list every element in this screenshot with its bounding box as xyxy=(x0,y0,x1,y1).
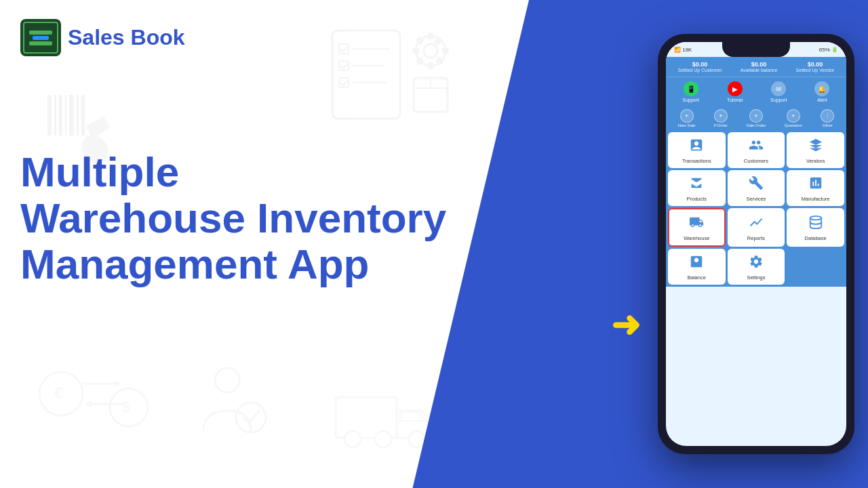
database-menu-item[interactable]: Database xyxy=(787,208,844,247)
balance-label: Balance xyxy=(688,274,706,281)
title-line3: Management App xyxy=(20,241,369,287)
phone-outer: 📶 18K 65% 🔋 $0.00 Settled Up Customer $0… xyxy=(658,34,854,454)
products-icon xyxy=(689,176,704,194)
alert-label: Alert xyxy=(817,98,827,102)
new-sale-button[interactable]: + New Sale xyxy=(678,109,696,127)
products-label: Products xyxy=(687,196,707,202)
currency-icon: € $ xyxy=(34,363,149,434)
main-container: Sales Book xyxy=(0,0,868,488)
available-label: Available balance xyxy=(741,68,778,73)
settled-vendor-label: Settled Up Vendor xyxy=(796,68,835,73)
svg-rect-6 xyxy=(81,95,85,136)
services-menu-item[interactable]: Services xyxy=(728,170,785,206)
available-balance: $0.00 Available balance xyxy=(741,61,778,73)
menu-grid: Transactions Customers Ven xyxy=(666,130,846,287)
balance-row: $0.00 Settled Up Customer $0.00 Availabl… xyxy=(666,57,846,77)
database-icon xyxy=(808,215,823,233)
svg-rect-19 xyxy=(428,62,433,69)
transactions-icon xyxy=(689,138,704,156)
svg-point-38 xyxy=(344,431,361,447)
new-sale-icon: + xyxy=(680,109,694,123)
other-icon: ⋮ xyxy=(821,109,834,123)
available-amount: $0.00 xyxy=(741,61,778,68)
reports-label: Reports xyxy=(747,235,765,241)
quotation-icon: + xyxy=(787,109,800,123)
alert-icon: 🔔 xyxy=(814,81,829,96)
svg-marker-32 xyxy=(85,401,92,407)
vendors-label: Vendors xyxy=(806,158,825,164)
manufacture-label: Manufacture xyxy=(802,196,830,202)
balance-menu-item[interactable]: Balance xyxy=(668,249,726,285)
inventory-icon xyxy=(326,20,454,131)
phone-mockup: 📶 18K 65% 🔋 $0.00 Settled Up Customer $0… xyxy=(658,34,854,454)
main-title: Multiple Warehouse Inventory Management … xyxy=(20,149,446,288)
support-email[interactable]: ✉ Support xyxy=(770,81,787,102)
tutorial-youtube[interactable]: ▶ Tutorial xyxy=(727,81,743,102)
svg-rect-20 xyxy=(412,48,419,54)
svg-marker-31 xyxy=(115,380,122,387)
warehouse-label: Warehouse xyxy=(684,235,709,241)
manufacture-menu-item[interactable]: Manufacture xyxy=(787,170,844,206)
support-whatsapp[interactable]: 📱 Support xyxy=(682,81,699,102)
customers-icon xyxy=(749,138,764,156)
email-icon: ✉ xyxy=(771,81,786,96)
customers-label: Customers xyxy=(744,158,768,164)
porder-button[interactable]: + P.Order xyxy=(714,109,728,127)
balance-icon xyxy=(689,254,704,272)
svg-point-40 xyxy=(409,431,425,447)
manufacture-icon xyxy=(808,176,823,194)
tutorial-label: Tutorial xyxy=(727,98,743,102)
svg-rect-4 xyxy=(69,95,74,136)
svg-text:€: € xyxy=(54,384,63,402)
alert-action[interactable]: 🔔 Alert xyxy=(814,81,829,102)
quotation-button[interactable]: + Quotation xyxy=(785,109,802,127)
porder-label: P.Order xyxy=(714,123,728,127)
support-whatsapp-label: Support xyxy=(682,98,699,102)
svg-point-17 xyxy=(424,44,437,58)
phone-notch xyxy=(722,42,790,57)
warehouse-menu-item[interactable]: Warehouse xyxy=(668,208,726,247)
quick-actions-row: 📱 Support ▶ Tutorial ✉ Support 🔔 Alert xyxy=(666,77,846,106)
sale-order-label: Sale Order xyxy=(746,123,766,127)
settled-customer-balance: $0.00 Settled Up Customer xyxy=(678,61,722,73)
title-line2: Warehouse Inventory xyxy=(20,195,446,241)
svg-rect-3 xyxy=(65,95,66,136)
svg-rect-18 xyxy=(428,33,433,39)
transactions-label: Transactions xyxy=(682,158,711,164)
database-label: Database xyxy=(805,235,827,241)
other-button[interactable]: ⋮ Other xyxy=(821,109,834,127)
settled-customer-amount: $0.00 xyxy=(678,61,722,68)
phone-screen: 📶 18K 65% 🔋 $0.00 Settled Up Customer $0… xyxy=(666,42,846,446)
customers-menu-item[interactable]: Customers xyxy=(728,132,785,168)
title-line1: Multiple xyxy=(20,148,179,195)
products-menu-item[interactable]: Products xyxy=(668,170,726,206)
reports-icon xyxy=(749,215,764,233)
app-name: Sales Book xyxy=(68,25,185,50)
other-label: Other xyxy=(823,123,833,127)
services-label: Services xyxy=(747,196,766,202)
settled-vendor-balance: $0.00 Settled Up Vendor xyxy=(796,61,835,73)
support-email-label: Support xyxy=(770,98,787,102)
svg-text:$: $ xyxy=(122,399,130,415)
svg-rect-8 xyxy=(85,116,110,138)
svg-point-35 xyxy=(215,368,239,392)
new-sale-actions-row: + New Sale + P.Order + Sale Order + Quot… xyxy=(666,106,846,130)
youtube-icon: ▶ xyxy=(728,81,743,96)
logo-area: Sales Book xyxy=(20,19,185,56)
svg-point-39 xyxy=(375,431,391,447)
transactions-menu-item[interactable]: Transactions xyxy=(668,132,726,168)
app-logo-icon xyxy=(20,19,61,56)
svg-rect-25 xyxy=(434,37,443,46)
svg-rect-0 xyxy=(47,95,52,136)
arrow-indicator: ➜ xyxy=(611,307,641,342)
settled-customer-label: Settled Up Customer xyxy=(678,68,722,73)
svg-rect-5 xyxy=(77,95,79,136)
reports-menu-item[interactable]: Reports xyxy=(728,208,785,247)
settings-label: Settings xyxy=(747,274,765,281)
vendors-menu-item[interactable]: Vendors xyxy=(787,132,844,168)
settings-menu-item[interactable]: Settings xyxy=(728,249,785,285)
quotation-label: Quotation xyxy=(785,123,802,127)
svg-point-41 xyxy=(810,216,821,220)
sale-order-button[interactable]: + Sale Order xyxy=(746,109,766,127)
sale-order-icon: + xyxy=(749,109,763,123)
